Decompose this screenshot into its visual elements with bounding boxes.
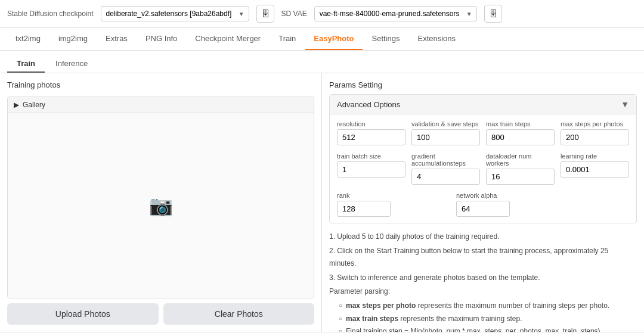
tab-checkpoint-merger[interactable]: Checkpoint Merger	[187, 28, 269, 50]
tab-png-info[interactable]: PNG Info	[137, 28, 185, 50]
params-grid: resolution validation & save steps max t…	[330, 114, 636, 223]
vae-refresh-button[interactable]: 🗄	[484, 5, 502, 23]
subtab-train[interactable]: Train	[7, 55, 45, 73]
param-gradient-accumulation: gradient accumulationsteps	[411, 153, 480, 185]
instruction-line-2: 2. Click on the Start Training button be…	[329, 245, 637, 270]
gallery-box: ▶ Gallery 📷	[7, 97, 314, 298]
max-steps-per-photos-label: max steps per photos	[561, 120, 629, 127]
param-max-train-steps: max train steps	[486, 120, 555, 145]
network-alpha-input[interactable]	[456, 201, 510, 217]
tab-extensions[interactable]: Extensions	[409, 28, 464, 50]
train-batch-size-label: train batch size	[337, 153, 405, 160]
sd-checkpoint-select[interactable]: deliberate_v2.safetensors [9aba26abdf]	[101, 6, 249, 21]
max-steps-per-photos-input[interactable]	[561, 129, 629, 145]
bullet2-label: max train steps	[346, 315, 398, 323]
learning-rate-label: learning rate	[561, 153, 629, 160]
learning-rate-input[interactable]	[561, 161, 629, 178]
sd-vae-select-wrap[interactable]: vae-ft-mse-840000-ema-pruned.safetensors…	[314, 6, 477, 21]
bullet1-text: represents the maximum number of trainin…	[416, 301, 609, 310]
resolution-input[interactable]	[337, 129, 405, 145]
subtab-inference[interactable]: Inference	[46, 55, 97, 73]
param-network-alpha: network alpha	[456, 192, 510, 217]
params-row-1: resolution validation & save steps max t…	[337, 120, 629, 145]
action-buttons: Upload Photos Clear Photos	[7, 303, 314, 325]
gallery-icon: ▶	[14, 101, 19, 109]
clear-photos-button[interactable]: Clear Photos	[163, 303, 315, 325]
advanced-options-toggle-icon: ▼	[621, 99, 629, 109]
max-train-steps-label: max train steps	[486, 120, 555, 127]
advanced-options-box: Advanced Options ▼ resolution validation…	[329, 94, 637, 223]
rank-label: rank	[337, 192, 391, 199]
param-validation-save: validation & save steps	[411, 120, 480, 145]
params-row-3: rank network alpha	[337, 192, 629, 217]
tab-train[interactable]: Train	[270, 28, 304, 50]
tab-settings[interactable]: Settings	[364, 28, 408, 50]
upload-photos-button[interactable]: Upload Photos	[7, 303, 159, 325]
nav-tabs: txt2img img2img Extras PNG Info Checkpoi…	[0, 28, 644, 51]
sub-tabs: Train Inference	[0, 51, 644, 73]
tab-extras[interactable]: Extras	[97, 28, 136, 50]
sd-checkpoint-select-wrap[interactable]: deliberate_v2.safetensors [9aba26abdf] ▼	[101, 6, 249, 21]
start-training-row: Start Training	[0, 332, 644, 336]
dataloader-num-workers-label: dataloader num workers	[486, 153, 555, 167]
params-row-2: train batch size gradient accumulationst…	[337, 153, 629, 185]
left-panel: Training photos ▶ Gallery 📷 Upload Photo…	[0, 73, 322, 332]
gradient-accumulation-label: gradient accumulationsteps	[411, 153, 480, 167]
tab-txt2img[interactable]: txt2img	[7, 28, 49, 50]
gallery-body: 📷	[8, 113, 314, 298]
advanced-options-title: Advanced Options	[337, 100, 400, 109]
train-batch-size-input[interactable]	[337, 161, 405, 178]
instruction-line-3: 3. Switch to inference and generate phot…	[329, 272, 637, 285]
validation-save-input[interactable]	[411, 129, 480, 145]
instruction-line-4: Parameter parsing:	[329, 285, 637, 298]
main-content: Training photos ▶ Gallery 📷 Upload Photo…	[0, 73, 644, 332]
sd-checkpoint-label: Stable Diffusion checkpoint	[7, 10, 94, 18]
advanced-options-header[interactable]: Advanced Options ▼	[330, 95, 636, 114]
instructions: 1. Upload 5 to 10 daily photos of the tr…	[329, 223, 637, 332]
bullet1-label: max steps per photo	[346, 301, 416, 310]
gradient-accumulation-input[interactable]	[411, 169, 480, 185]
right-panel: Params Setting Advanced Options ▼ resolu…	[322, 73, 644, 332]
gallery-placeholder-icon: 📷	[149, 194, 173, 217]
network-alpha-label: network alpha	[456, 192, 510, 199]
top-bar: Stable Diffusion checkpoint deliberate_v…	[0, 0, 644, 28]
param-dataloader-num-workers: dataloader num workers	[486, 153, 555, 185]
sd-vae-select[interactable]: vae-ft-mse-840000-ema-pruned.safetensors	[314, 6, 477, 21]
params-setting-label: Params Setting	[329, 80, 637, 89]
gallery-label: Gallery	[23, 101, 45, 109]
rank-input[interactable]	[337, 201, 391, 217]
instruction-bullet-1: max steps per photo represents the maxim…	[339, 300, 637, 313]
dataloader-num-workers-input[interactable]	[486, 169, 555, 185]
validation-save-label: validation & save steps	[411, 120, 480, 127]
param-rank: rank	[337, 192, 391, 217]
instruction-bullets: max steps per photo represents the maxim…	[329, 300, 637, 332]
instruction-bullet-3: Final training step = Min(photo_num * ma…	[339, 325, 637, 332]
param-train-batch-size: train batch size	[337, 153, 405, 185]
checkpoint-refresh-button[interactable]: 🗄	[256, 5, 274, 23]
resolution-label: resolution	[337, 120, 405, 127]
gallery-header: ▶ Gallery	[8, 97, 314, 113]
training-photos-label: Training photos	[7, 80, 314, 89]
bullet2-text: represents the maximum training step.	[398, 315, 522, 323]
instruction-bullet-2: max train steps represents the maximum t…	[339, 313, 637, 326]
param-learning-rate: learning rate	[561, 153, 629, 185]
tab-img2img[interactable]: img2img	[50, 28, 96, 50]
param-max-steps-per-photos: max steps per photos	[561, 120, 629, 145]
max-train-steps-input[interactable]	[486, 129, 555, 145]
tab-easyphoto[interactable]: EasyPhoto	[305, 28, 362, 50]
instruction-line-1: 1. Upload 5 to 10 daily photos of the tr…	[329, 231, 637, 244]
param-resolution: resolution	[337, 120, 405, 145]
sd-vae-label: SD VAE	[281, 10, 307, 18]
